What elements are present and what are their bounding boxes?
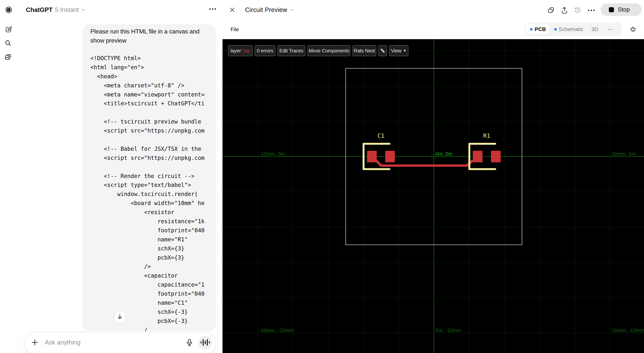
library-icon[interactable] [5,54,11,60]
title-chevron-down-icon [290,8,294,12]
code-line: <script src="https://unpkg.com [90,154,208,163]
close-canvas-icon[interactable] [229,7,235,13]
message-code-block: <!DOCTYPE html><html lang="en"> <head> <… [90,54,208,331]
voice-mode-button[interactable] [198,335,212,349]
attach-plus-icon[interactable] [32,339,38,346]
code-line: <meta charset="utf-8" /> [90,81,208,90]
stop-square-icon [609,7,614,12]
code-line: <script src="https://unpkg.com [90,126,208,135]
code-line: <!DOCTYPE html> [90,54,208,63]
scroll-to-bottom-button[interactable] [114,311,126,323]
share-icon[interactable] [561,7,568,14]
pcb-canvas[interactable]: C1R1-10mm, 0m0m, 0m10mm, 0m-10mm, -10mm0… [222,39,644,353]
copy-icon[interactable] [548,7,554,14]
schematic-dot-icon [554,28,557,31]
edit-traces-button[interactable]: Edit Traces [278,45,305,56]
code-line: schX={3} [90,244,208,253]
code-line: capacitance="1 [90,280,208,289]
tab-schematic-label: Schematic [559,26,584,32]
code-line: <capacitor [90,271,208,280]
code-line: <board width="10mm" he [90,199,208,208]
coord-label: -10mm, -10mm [259,328,294,333]
pcb-dot-icon [530,28,533,31]
code-line [90,108,208,117]
layer-value: top [244,48,250,54]
code-line: pcbX={-3} [90,317,208,326]
layer-label: layer: [230,48,242,54]
tab-schematic[interactable]: Schematic [554,24,584,35]
code-line: footprint="040 [90,226,208,235]
tab-pcb-label: PCB [535,26,546,32]
pencil-icon [380,49,385,53]
code-line [90,135,208,145]
search-icon[interactable] [5,40,11,46]
code-line: <title>tscircuit + ChatGPT</ti [90,99,208,108]
move-components-button[interactable]: Move Components [308,45,350,56]
history-icon[interactable] [574,7,581,14]
tab-3d[interactable]: 3D [592,24,598,35]
pad-C1-1[interactable] [367,151,377,162]
code-line: <!-- Render the circuit --> [90,172,208,181]
tab-pcb[interactable]: PCB [526,24,550,35]
move-components-label: Move Components [309,48,349,54]
view-button[interactable]: View▼ [389,45,408,56]
coord-label: 0m, 0m [436,151,452,157]
stop-label: Stop [618,6,630,13]
composer-placeholder[interactable]: Ask anything [45,338,80,346]
code-line: resistance="1k [90,217,208,226]
code-line: window.tscircuit.render( [90,190,208,199]
tab-3d-label: 3D [592,26,598,32]
coord-label: -10mm, 0m [259,151,285,157]
pad-R1-2[interactable] [491,151,501,162]
tabs-more-button[interactable] [608,24,612,35]
rats-nest-label: Rats Nest [354,48,375,54]
edit-silkscreen-button[interactable] [378,45,387,56]
app-title[interactable]: ChatGPT [26,6,52,14]
errors-label: 0 errors [257,48,273,54]
layer-button[interactable]: layer:top [228,45,252,56]
code-line: <html lang="en"> [90,63,208,72]
code-line: / [90,326,208,331]
pad-R1-1[interactable] [473,151,482,162]
pad-C1-2[interactable] [385,151,395,162]
code-line: <meta name="viewport" content= [90,90,208,99]
chat-options-button[interactable] [209,8,216,10]
user-message-text: Please run this HTML file in a canvas an… [90,27,208,45]
code-line [90,163,208,172]
pcb-drawing: C1R1-10mm, 0m0m, 0m10mm, 0m-10mm, -10mm0… [222,39,644,353]
collapse-icon[interactable] [630,26,636,33]
stop-button[interactable]: Stop [600,4,642,16]
code-line: <resistor [90,208,208,217]
canvas-title[interactable]: Circuit Preview [245,6,287,14]
user-message-bubble: Please run this HTML file in a canvas an… [82,24,216,331]
coord-label: 10mm, -10mm [612,328,644,333]
coord-label: 0m, -10mm [436,328,461,333]
coord-label: 10mm, 0m [612,151,636,157]
view-label: View [391,48,402,54]
code-line: <!-- Babel for JSX/TSX in the [90,145,208,154]
code-line: pcbX={3} [90,253,208,262]
model-chevron-down-icon [81,8,85,12]
message-line: Please run this HTML file in a canvas an… [90,27,208,36]
code-line: name="C1" [90,298,208,308]
arrow-down-icon [117,314,123,320]
model-name[interactable]: 5 Instant [55,6,79,14]
label-C1: C1 [378,132,384,139]
code-line: name="R1" [90,235,208,244]
new-chat-icon[interactable] [5,26,12,33]
sidebar [0,0,18,353]
pcb-toolbar: layer:top 0 errors Edit Traces Move Comp… [228,45,408,56]
file-menu[interactable]: File [230,26,239,33]
openai-logo-icon[interactable] [5,6,12,14]
dictate-mic-icon[interactable] [186,339,193,346]
view-dropdown-arrow: ▼ [403,49,407,53]
canvas-options-button[interactable] [588,10,595,11]
canvas-title-row[interactable]: Circuit Preview [245,6,294,14]
errors-button[interactable]: 0 errors [255,45,275,56]
rats-nest-button[interactable]: Rats Nest [352,45,376,56]
chat-header: ChatGPT 5 Instant [26,6,85,14]
code-line: footprint="040 [90,289,208,298]
code-line: <script type="text/babel"> [90,181,208,190]
code-line: <!-- tscircuit preview bundle [90,117,208,126]
code-line: <head> [90,72,208,81]
